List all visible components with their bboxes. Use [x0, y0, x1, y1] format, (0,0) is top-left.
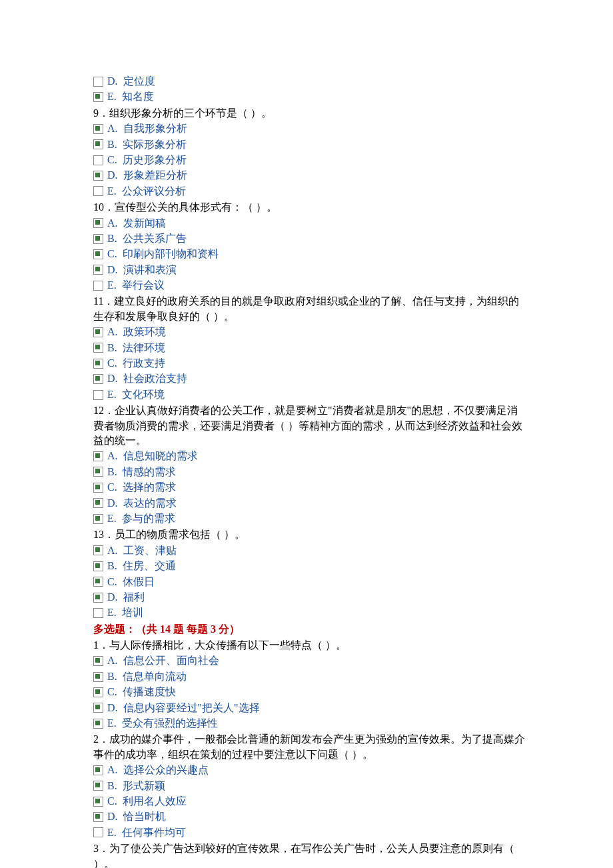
option-line: B.法律环境: [93, 341, 526, 355]
checkbox-icon[interactable]: [93, 467, 103, 477]
checkbox-icon[interactable]: [93, 672, 103, 682]
option-letter: B.: [107, 341, 117, 355]
option-letter: E.: [107, 825, 117, 840]
option-text: 社会政治支持: [123, 371, 187, 386]
checkbox-icon[interactable]: [93, 561, 103, 571]
checkbox-icon[interactable]: [93, 234, 103, 244]
checkbox-icon[interactable]: [93, 687, 103, 697]
option-line: D.形象差距分析: [93, 168, 526, 183]
option-line: B.公共关系广告: [93, 231, 526, 246]
option-letter: D.: [107, 74, 118, 89]
option-letter: A.: [107, 325, 118, 339]
checkbox-icon[interactable]: [93, 498, 103, 508]
option-letter: B.: [107, 669, 117, 684]
checkbox-icon[interactable]: [93, 265, 103, 275]
checkbox-icon[interactable]: [93, 124, 103, 134]
checkbox-icon[interactable]: [93, 719, 103, 729]
option-text: 福利: [123, 590, 145, 605]
question-text: 2．成功的媒介事件，一般都会比普通的新闻发布会产生更为强劲的宣传效果。为了提高媒…: [93, 732, 526, 762]
option-line: D.社会政治支持: [93, 371, 526, 386]
checkbox-icon[interactable]: [93, 139, 103, 149]
option-text: 知名度: [122, 89, 154, 104]
checkbox-icon[interactable]: [93, 608, 103, 618]
checkbox-icon[interactable]: [93, 703, 103, 713]
checkbox-icon[interactable]: [93, 483, 103, 493]
checkbox-icon[interactable]: [93, 77, 103, 87]
checkbox-icon[interactable]: [93, 374, 103, 384]
checkbox-icon[interactable]: [93, 577, 103, 587]
option-line: C.利用名人效应: [93, 794, 526, 809]
checkbox-icon[interactable]: [93, 186, 103, 196]
option-text: 表达的需求: [123, 496, 177, 511]
question-text: 11．建立良好的政府关系的目的就是争取政府对组织或企业的了解、信任与支持，为组织…: [93, 294, 526, 324]
option-line: B.形式新颖: [93, 779, 526, 793]
checkbox-icon[interactable]: [93, 514, 103, 524]
option-text: 传播速度快: [123, 685, 176, 699]
option-letter: A.: [107, 449, 118, 463]
option-letter: D.: [107, 168, 118, 183]
option-line: A.发新闻稿: [93, 216, 526, 231]
option-text: 休假日: [123, 575, 155, 589]
option-line: D.表达的需求: [93, 496, 526, 511]
option-letter: C.: [107, 575, 117, 589]
checkbox-icon[interactable]: [93, 390, 103, 400]
checkbox-icon[interactable]: [93, 812, 103, 822]
option-line: E.参与的需求: [93, 511, 526, 526]
option-letter: D.: [107, 701, 118, 715]
checkbox-icon[interactable]: [93, 827, 103, 837]
option-text: 形象差距分析: [123, 168, 187, 183]
option-letter: B.: [107, 231, 117, 246]
option-line: C.印刷内部刊物和资料: [93, 247, 526, 261]
option-text: 情感的需求: [123, 465, 176, 479]
checkbox-icon[interactable]: [93, 781, 103, 791]
option-text: 公众评议分析: [122, 184, 186, 199]
question-text: 3．为了使公关广告达到较好的宣传效果，在写作公关广告时，公关人员要注意的原则有（…: [93, 841, 526, 868]
option-letter: C.: [107, 794, 117, 809]
option-text: 演讲和表演: [123, 263, 177, 277]
checkbox-icon[interactable]: [93, 155, 103, 165]
option-text: 自我形象分析: [123, 121, 187, 136]
option-text: 印刷内部刊物和资料: [123, 247, 219, 261]
checkbox-icon[interactable]: [93, 343, 103, 353]
checkbox-icon[interactable]: [93, 451, 103, 461]
option-letter: B.: [107, 465, 117, 479]
option-letter: D.: [107, 263, 118, 277]
option-letter: E.: [107, 716, 117, 731]
checkbox-icon[interactable]: [93, 545, 103, 555]
option-line: E.知名度: [93, 89, 526, 104]
checkbox-icon[interactable]: [93, 171, 103, 181]
option-text: 信息单向流动: [123, 669, 187, 684]
option-text: 历史形象分析: [123, 153, 187, 167]
option-letter: C.: [107, 247, 117, 261]
option-text: 形式新颖: [123, 779, 165, 793]
checkbox-icon[interactable]: [93, 765, 103, 775]
option-text: 举行会议: [122, 278, 165, 293]
question-text: 1．与人际传播相比，大众传播有以下一些特点（ ）。: [93, 638, 526, 653]
option-letter: D.: [107, 496, 118, 511]
option-text: 定位度: [123, 74, 155, 89]
option-line: B.信息单向流动: [93, 669, 526, 684]
option-line: A.信息公开、面向社会: [93, 653, 526, 668]
option-line: E.受众有强烈的选择性: [93, 716, 526, 731]
checkbox-icon[interactable]: [93, 327, 103, 337]
checkbox-icon[interactable]: [93, 92, 103, 102]
option-letter: D.: [107, 371, 118, 386]
option-text: 文化环境: [122, 387, 165, 402]
checkbox-icon[interactable]: [93, 281, 103, 291]
option-text: 实际形象分析: [123, 137, 187, 152]
checkbox-icon[interactable]: [93, 359, 103, 369]
checkbox-icon[interactable]: [93, 797, 103, 807]
option-letter: C.: [107, 153, 117, 167]
question-text: 10．宣传型公关的具体形式有：（ ）。: [93, 200, 526, 215]
question-text: 9．组织形象分析的三个环节是（ ）。: [93, 106, 526, 121]
option-text: 法律环境: [123, 341, 165, 355]
option-line: D.恰当时机: [93, 809, 526, 824]
checkbox-icon[interactable]: [93, 593, 103, 603]
option-line: A.自我形象分析: [93, 121, 526, 136]
option-letter: E.: [107, 278, 117, 293]
checkbox-icon[interactable]: [93, 249, 103, 259]
option-letter: B.: [107, 559, 117, 573]
checkbox-icon[interactable]: [93, 656, 103, 666]
option-line: A.政策环境: [93, 325, 526, 339]
checkbox-icon[interactable]: [93, 218, 103, 228]
